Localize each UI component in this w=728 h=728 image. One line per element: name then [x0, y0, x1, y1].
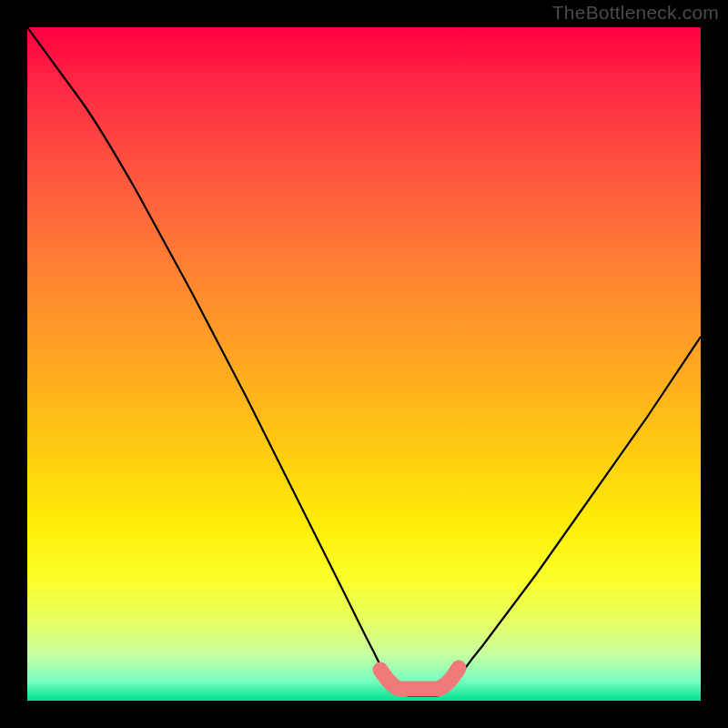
- optimal-range-marker: [380, 668, 459, 689]
- bottleneck-curve: [27, 27, 701, 696]
- chart-container: TheBottleneck.com: [0, 0, 728, 728]
- curve-layer: [27, 27, 701, 701]
- attribution-text: TheBottleneck.com: [552, 2, 719, 24]
- plot-area: [27, 27, 701, 701]
